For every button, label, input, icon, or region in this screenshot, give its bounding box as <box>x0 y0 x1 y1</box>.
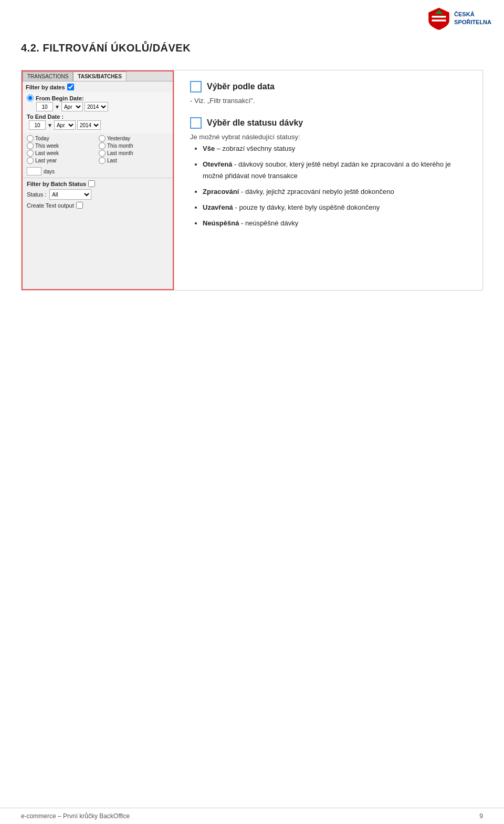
item-sep-neuspesna: - <box>241 219 245 227</box>
cs-logo-icon <box>426 6 452 30</box>
info-box-1-header: Výběr podle data <box>190 81 467 92</box>
batch-status-checkbox[interactable] <box>88 180 95 187</box>
svg-rect-0 <box>432 16 446 18</box>
radio-today: Today <box>27 135 97 142</box>
logo-line2: SPOŘITELNA <box>454 18 491 26</box>
batch-status-header: Filter by Batch Status <box>27 180 169 187</box>
info-box-1: Výběr podle data - Viz. „Filtr transakcí… <box>190 81 467 105</box>
item-bold-vse: Vše <box>203 145 215 152</box>
radio-lastmonth-input[interactable] <box>99 150 106 157</box>
item-rest-uzavrena: pouze ty dávky, které byly úspěšně dokon… <box>239 203 380 211</box>
item-rest-vse: zobrazí všechny statusy <box>223 145 296 152</box>
item-bold-otevrena: Otevřená <box>203 160 232 168</box>
svg-rect-1 <box>432 19 446 22</box>
from-day-input[interactable] <box>36 102 53 111</box>
create-text-row: Create Text output <box>27 202 169 209</box>
radio-today-input[interactable] <box>27 135 34 142</box>
left-panel: TRANSACTIONS TASKS/BATCHES Filter by dat… <box>22 70 174 290</box>
main-layout: TRANSACTIONS TASKS/BATCHES Filter by dat… <box>21 70 483 291</box>
to-day-arrow: ▼ <box>47 122 52 128</box>
section-heading: 4.2. FILTROVÁNÍ ÚKOLŮ/DÁVEK <box>21 42 483 54</box>
tabs-bar: TRANSACTIONS TASKS/BATCHES <box>23 71 173 81</box>
item-sep-zpracovani: - <box>241 188 245 195</box>
last-days-row: days <box>23 166 173 178</box>
item-sep-otevrena: - <box>234 160 238 168</box>
radio-thisweek-label: This week <box>35 143 59 149</box>
filter-dates-checkbox[interactable] <box>67 84 74 90</box>
item-rest-zpracovani: dávky, jejichž zpracování nebylo ještě d… <box>245 188 394 195</box>
section-title: FILTROVÁNÍ ÚKOLŮ/DÁVEK <box>43 42 191 54</box>
to-year-select[interactable]: 201420132015 <box>77 120 101 130</box>
box-subtitle-1: - Viz. „Filtr transakcí". <box>190 97 467 105</box>
radio-last-label: Last <box>107 158 117 163</box>
info-box-2-header: Výběr dle statusu dávky <box>190 117 467 129</box>
info-list-2: Vše – zobrazí všechny statusy Otevřená -… <box>190 143 467 230</box>
radio-thismonth-label: This month <box>107 143 133 149</box>
footer-right: 9 <box>479 812 483 820</box>
radio-yesterday-input[interactable] <box>99 135 106 142</box>
item-rest-neuspesna: neúspěšné dávky <box>245 219 298 227</box>
logo: ČESKÁ SPOŘITELNA <box>426 6 491 30</box>
box-icon-1 <box>190 81 202 92</box>
right-panel: Výběr podle data - Viz. „Filtr transakcí… <box>174 70 482 290</box>
logo-line1: ČESKÁ <box>454 11 491 18</box>
radio-lastweek: Last week <box>27 150 97 157</box>
to-day-input[interactable] <box>29 120 46 130</box>
from-year-select[interactable]: 201420132015 <box>85 102 108 111</box>
item-rest-otevrena: dávkový soubor, který ještě nebyl zadán … <box>203 160 451 180</box>
radio-grid: Today Yesterday This week This month Las… <box>23 133 173 166</box>
radio-lastmonth: Last month <box>99 150 169 157</box>
radio-thismonth-input[interactable] <box>99 142 106 149</box>
list-item-zpracovani: Zpracování - dávky, jejichž zpracování n… <box>203 186 467 198</box>
tab-transactions[interactable]: TRANSACTIONS <box>23 71 73 81</box>
filter-dates-header: Filter by dates <box>23 81 173 92</box>
tab-tasks-batches[interactable]: TASKS/BATCHES <box>73 71 127 81</box>
batch-status-label: Filter by Batch Status <box>27 181 86 187</box>
section-number: 4.2. <box>21 42 39 54</box>
from-month-select[interactable]: AprJanFebMar MayJunJulAug SepOctNovDec <box>61 102 83 111</box>
item-bold-zpracovani: Zpracování <box>203 188 239 195</box>
status-label: Status : <box>27 191 46 198</box>
radio-thismonth: This month <box>99 142 169 149</box>
radio-thisweek: This week <box>27 142 97 149</box>
item-bold-neuspesna: Neúspěšná <box>203 219 239 227</box>
footer-left: e-commerce – První krůčky BackOffice <box>21 812 130 820</box>
days-label: days <box>44 169 55 174</box>
to-label: To End Date : <box>27 114 169 120</box>
page-footer: e-commerce – První krůčky BackOffice 9 <box>0 808 504 824</box>
list-item-uzavrena: Uzavřená - pouze ty dávky, které byly ús… <box>203 202 467 213</box>
box-intro-2: Je možné vybrat následující statusy: <box>190 133 467 141</box>
list-item-vse: Vše – zobrazí všechny statusy <box>203 143 467 154</box>
info-box-2: Výběr dle statusu dávky Je možné vybrat … <box>190 117 467 230</box>
to-month-select[interactable]: AprJanFebMar MayJunJulAug SepOctNovDec <box>54 120 76 130</box>
radio-yesterday-label: Yesterday <box>107 136 130 141</box>
status-select[interactable]: All Otevřená Zpracování Uzavřená Neúspěš… <box>49 189 91 200</box>
box-icon-2 <box>190 117 202 129</box>
days-input[interactable] <box>27 167 41 176</box>
date-section: From Begin Date: ▼ AprJanFebMar MayJunJu… <box>23 92 173 133</box>
from-day-arrow: ▼ <box>55 104 60 110</box>
batch-status-section: Filter by Batch Status Status : All Otev… <box>23 178 173 211</box>
box-title-2: Výběr dle statusu dávky <box>207 118 303 128</box>
create-text-label: Create Text output <box>27 202 74 209</box>
list-item-otevrena: Otevřená - dávkový soubor, který ještě n… <box>203 159 467 182</box>
radio-lastweek-label: Last week <box>35 150 59 156</box>
logo-brand-text: ČESKÁ SPOŘITELNA <box>454 11 491 26</box>
radio-thisweek-input[interactable] <box>27 142 34 149</box>
radio-lastweek-input[interactable] <box>27 150 34 157</box>
filter-dates-label: Filter by dates <box>26 84 65 90</box>
create-text-checkbox[interactable] <box>76 202 83 209</box>
item-bold-uzavrena: Uzavřená <box>203 203 233 211</box>
radio-last: Last <box>99 157 169 164</box>
box-title-1: Výběr podle data <box>207 82 275 91</box>
radio-today-label: Today <box>35 136 49 141</box>
radio-yesterday: Yesterday <box>99 135 169 142</box>
radio-lastmonth-label: Last month <box>107 150 133 156</box>
status-row: Status : All Otevřená Zpracování Uzavřen… <box>27 189 169 200</box>
radio-lastyear: Last year <box>27 157 97 164</box>
radio-last-input[interactable] <box>99 157 106 164</box>
radio-lastyear-input[interactable] <box>27 157 34 164</box>
item-sep-vse: – <box>217 145 223 152</box>
from-begin-radio[interactable] <box>27 95 34 101</box>
from-label: From Begin Date: <box>36 95 84 101</box>
